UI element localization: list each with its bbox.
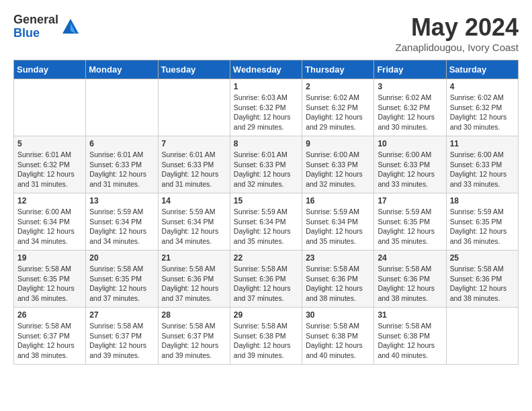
daylight-text: Daylight: 12 hours and 32 minutes. [306,170,363,188]
sunrise-text: Sunrise: 5:58 AM [378,322,431,330]
cell-content: Sunrise: 6:02 AMSunset: 6:32 PMDaylight:… [378,93,442,132]
calendar-cell: 23Sunrise: 5:58 AMSunset: 6:36 PMDayligh… [302,250,374,308]
calendar-cell: 8Sunrise: 6:01 AMSunset: 6:33 PMDaylight… [230,136,302,193]
calendar-cell: 24Sunrise: 5:58 AMSunset: 6:36 PMDayligh… [374,250,446,308]
cell-content: Sunrise: 5:58 AMSunset: 6:36 PMDaylight:… [378,264,442,304]
week-row-2: 5Sunrise: 6:01 AMSunset: 6:32 PMDaylight… [14,136,519,193]
cell-content: Sunrise: 5:59 AMSunset: 6:34 PMDaylight:… [234,207,298,246]
weekday-header-row: SundayMondayTuesdayWednesdayThursdayFrid… [14,60,519,79]
day-number: 1 [234,82,298,91]
daylight-text: Daylight: 12 hours and 33 minutes. [378,170,435,188]
day-number: 12 [17,196,82,205]
daylight-text: Daylight: 12 hours and 34 minutes. [17,227,75,245]
daylight-text: Daylight: 12 hours and 30 minutes. [378,113,435,131]
day-number: 29 [234,310,298,320]
sunset-text: Sunset: 6:32 PM [378,103,430,111]
day-number: 28 [162,310,226,320]
day-number: 26 [17,310,82,320]
day-number: 6 [89,139,154,148]
cell-content: Sunrise: 5:58 AMSunset: 6:36 PMDaylight:… [450,264,515,304]
sunset-text: Sunset: 6:32 PM [450,103,502,111]
sunrise-text: Sunrise: 6:00 AM [450,150,504,158]
day-number: 3 [378,82,442,91]
sunset-text: Sunset: 6:35 PM [378,218,430,226]
calendar-cell: 14Sunrise: 5:59 AMSunset: 6:34 PMDayligh… [158,193,230,250]
daylight-text: Daylight: 12 hours and 40 minutes. [378,341,435,359]
sunrise-text: Sunrise: 5:59 AM [450,208,504,216]
sunset-text: Sunset: 6:36 PM [234,275,286,283]
cell-content: Sunrise: 6:00 AMSunset: 6:33 PMDaylight:… [450,150,515,189]
cell-content: Sunrise: 5:58 AMSunset: 6:36 PMDaylight:… [306,264,370,304]
sunset-text: Sunset: 6:33 PM [89,161,142,169]
weekday-header-sunday: Sunday [14,60,86,79]
calendar-cell: 16Sunrise: 5:59 AMSunset: 6:34 PMDayligh… [302,193,374,250]
sunrise-text: Sunrise: 5:58 AM [17,265,71,273]
day-number: 15 [234,196,298,205]
logo-icon [61,17,80,36]
logo-general: General [13,13,58,27]
sunrise-text: Sunrise: 6:00 AM [17,208,71,216]
daylight-text: Daylight: 12 hours and 35 minutes. [306,227,363,245]
calendar-cell: 15Sunrise: 5:59 AMSunset: 6:34 PMDayligh… [230,193,302,250]
logo-text: General Blue [13,13,58,40]
calendar-cell: 22Sunrise: 5:58 AMSunset: 6:36 PMDayligh… [230,250,302,308]
cell-content: Sunrise: 5:58 AMSunset: 6:38 PMDaylight:… [234,321,298,361]
sunset-text: Sunset: 6:37 PM [89,332,142,340]
calendar-cell [158,79,230,136]
calendar-cell: 5Sunrise: 6:01 AMSunset: 6:32 PMDaylight… [14,136,86,193]
sunset-text: Sunset: 6:32 PM [234,103,286,111]
cell-content: Sunrise: 5:58 AMSunset: 6:37 PMDaylight:… [162,321,226,361]
calendar-cell: 2Sunrise: 6:02 AMSunset: 6:32 PMDaylight… [302,79,374,136]
calendar-cell: 9Sunrise: 6:00 AMSunset: 6:33 PMDaylight… [302,136,374,193]
sunset-text: Sunset: 6:34 PM [234,218,286,226]
daylight-text: Daylight: 12 hours and 38 minutes. [378,284,435,302]
day-number: 9 [306,139,370,148]
day-number: 22 [234,253,298,263]
daylight-text: Daylight: 12 hours and 31 minutes. [89,170,146,188]
sunset-text: Sunset: 6:34 PM [17,218,70,226]
daylight-text: Daylight: 12 hours and 32 minutes. [234,170,291,188]
month-title: May 2024 [396,13,519,42]
cell-content: Sunrise: 5:58 AMSunset: 6:35 PMDaylight:… [17,264,82,304]
sunrise-text: Sunrise: 5:58 AM [89,265,143,273]
cell-content: Sunrise: 6:00 AMSunset: 6:33 PMDaylight:… [378,150,442,189]
daylight-text: Daylight: 12 hours and 36 minutes. [450,227,507,245]
sunrise-text: Sunrise: 5:59 AM [89,208,143,216]
day-number: 13 [89,196,154,205]
cell-content: Sunrise: 6:02 AMSunset: 6:32 PMDaylight:… [450,93,515,132]
sunset-text: Sunset: 6:37 PM [162,332,214,340]
calendar-cell [14,79,86,136]
weekday-header-friday: Friday [374,60,446,79]
daylight-text: Daylight: 12 hours and 39 minutes. [234,341,291,359]
daylight-text: Daylight: 12 hours and 34 minutes. [89,227,146,245]
location: Zanaplidougou, Ivory Coast [396,42,519,53]
week-row-4: 19Sunrise: 5:58 AMSunset: 6:35 PMDayligh… [14,250,519,308]
sunset-text: Sunset: 6:32 PM [17,161,70,169]
daylight-text: Daylight: 12 hours and 31 minutes. [17,170,75,188]
day-number: 21 [162,253,226,263]
weekday-header-monday: Monday [86,60,158,79]
calendar-cell: 1Sunrise: 6:03 AMSunset: 6:32 PMDaylight… [230,79,302,136]
sunset-text: Sunset: 6:37 PM [17,332,70,340]
logo-blue: Blue [13,27,58,40]
week-row-3: 12Sunrise: 6:00 AMSunset: 6:34 PMDayligh… [14,193,519,250]
cell-content: Sunrise: 6:00 AMSunset: 6:33 PMDaylight:… [306,150,370,189]
sunset-text: Sunset: 6:32 PM [306,103,358,111]
calendar-cell: 29Sunrise: 5:58 AMSunset: 6:38 PMDayligh… [230,308,302,365]
calendar-cell: 11Sunrise: 6:00 AMSunset: 6:33 PMDayligh… [446,136,518,193]
sunrise-text: Sunrise: 5:59 AM [234,208,287,216]
sunrise-text: Sunrise: 6:01 AM [17,150,71,158]
sunrise-text: Sunrise: 6:01 AM [162,150,216,158]
week-row-1: 1Sunrise: 6:03 AMSunset: 6:32 PMDaylight… [14,79,519,136]
logo: General Blue [13,13,80,40]
daylight-text: Daylight: 12 hours and 38 minutes. [450,284,507,302]
daylight-text: Daylight: 12 hours and 40 minutes. [306,341,363,359]
cell-content: Sunrise: 6:01 AMSunset: 6:32 PMDaylight:… [17,150,82,189]
sunrise-text: Sunrise: 6:02 AM [450,93,504,101]
cell-content: Sunrise: 6:01 AMSunset: 6:33 PMDaylight:… [89,150,154,189]
sunset-text: Sunset: 6:36 PM [306,275,358,283]
calendar-cell: 20Sunrise: 5:58 AMSunset: 6:35 PMDayligh… [86,250,158,308]
sunrise-text: Sunrise: 5:58 AM [17,322,71,330]
cell-content: Sunrise: 5:58 AMSunset: 6:37 PMDaylight:… [17,321,82,361]
cell-content: Sunrise: 5:58 AMSunset: 6:36 PMDaylight:… [162,264,226,304]
